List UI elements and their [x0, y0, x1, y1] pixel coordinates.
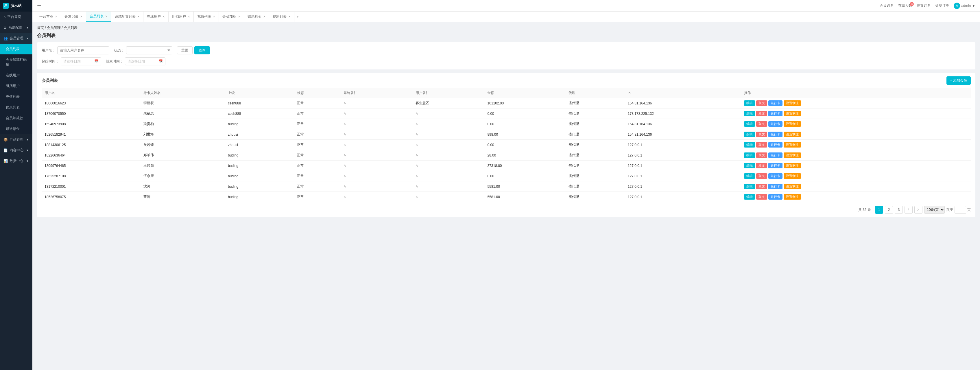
user-remark-edit-icon[interactable]: ✎	[415, 164, 418, 167]
tab-logs-close[interactable]: ✕	[80, 15, 83, 18]
sys-remark-edit-icon[interactable]: ✎	[344, 122, 346, 126]
sidebar-group-sysconfig-header[interactable]: ⚙ 系统配置 ▼	[0, 22, 32, 33]
tab-blocked-close[interactable]: ✕	[188, 15, 190, 18]
user-remark-edit-icon[interactable]: ✎	[415, 154, 418, 157]
tab-lottery-close[interactable]: ✕	[288, 15, 291, 18]
user-menu[interactable]: A admin ▼	[954, 3, 975, 9]
bank-button[interactable]: 银行卡	[768, 111, 783, 116]
sidebar-group-content-header[interactable]: 📄 内容中心 ▼	[0, 145, 32, 156]
sidebar-item-platform[interactable]: ⌂ 平台首页	[0, 11, 32, 22]
bank-button[interactable]: 银行卡	[768, 194, 783, 199]
delete-button[interactable]: 取文	[756, 111, 767, 116]
edit-button[interactable]: 编辑	[744, 194, 755, 199]
edit-button[interactable]: 编辑	[744, 173, 755, 179]
sys-remark-edit-icon[interactable]: ✎	[344, 195, 346, 199]
edit-button[interactable]: 编辑	[744, 184, 755, 189]
end-time-picker[interactable]: 请选择日期 📅	[125, 57, 165, 65]
search-button[interactable]: 查询	[194, 46, 210, 54]
delete-button[interactable]: 取文	[756, 142, 767, 148]
tab-online[interactable]: 在线用户 ✕	[143, 11, 169, 22]
submit-order-link[interactable]: 提现订单	[935, 3, 949, 8]
delete-button[interactable]: 取文	[756, 194, 767, 199]
tab-blocked[interactable]: 阻挡用户 ✕	[169, 11, 194, 22]
sidebar-item-transfer-bonus[interactable]: 赠送彩金	[0, 124, 32, 134]
online-people-badge[interactable]: 在线人数 3	[898, 3, 912, 8]
member-order-link[interactable]: 会员购单	[880, 3, 894, 8]
tab-syscfg-close[interactable]: ✕	[137, 15, 140, 18]
cell-sys-remark[interactable]: ✎	[340, 161, 413, 171]
delete-button[interactable]: 取文	[756, 173, 767, 179]
breadcrumb-home[interactable]: 首页	[37, 26, 44, 30]
edit-button[interactable]: 编辑	[744, 142, 755, 148]
sys-remark-edit-icon[interactable]: ✎	[344, 112, 346, 115]
delete-button[interactable]: 取文	[756, 121, 767, 127]
user-remark-edit-icon[interactable]: ✎	[415, 185, 418, 188]
reset-button[interactable]: 重置	[177, 46, 192, 54]
tab-lottery[interactable]: 揽彩列表 ✕	[269, 11, 294, 22]
bank-button[interactable]: 银行卡	[768, 153, 783, 158]
add-member-button[interactable]: + 添加会员	[947, 77, 971, 85]
sys-remark-edit-icon[interactable]: ✎	[344, 164, 346, 167]
cell-sys-remark[interactable]: ✎	[340, 108, 413, 119]
user-remark-edit-icon[interactable]: ✎	[415, 112, 418, 115]
sys-remark-edit-icon[interactable]: ✎	[344, 102, 346, 105]
cell-sys-remark[interactable]: ✎	[340, 150, 413, 161]
sys-remark-edit-icon[interactable]: ✎	[344, 174, 346, 178]
tab-members[interactable]: 会员列表 ✕	[86, 11, 111, 22]
settings-button[interactable]: 设置制注	[784, 142, 801, 148]
page-btn-4[interactable]: 4	[905, 206, 913, 214]
edit-button[interactable]: 编辑	[744, 153, 755, 158]
page-btn-next[interactable]: >	[914, 206, 923, 214]
bank-button[interactable]: 银行卡	[768, 184, 783, 189]
tab-home[interactable]: 平台首页 ✕	[36, 11, 61, 22]
sidebar-group-product-header[interactable]: 📦 产品管理 ▼	[0, 134, 32, 145]
sidebar-group-member-header[interactable]: 👥 会员管理 ▲	[0, 33, 32, 44]
cell-sys-remark[interactable]: ✎	[340, 98, 413, 108]
tab-transfer-close[interactable]: ✕	[263, 15, 266, 18]
sys-remark-edit-icon[interactable]: ✎	[344, 133, 346, 136]
start-time-picker[interactable]: 请选择日期 📅	[61, 57, 101, 65]
sidebar-group-data-header[interactable]: 📊 数据中心 ▼	[0, 156, 32, 166]
settings-button[interactable]: 设置制注	[784, 111, 801, 116]
bank-button[interactable]: 银行卡	[768, 100, 783, 106]
user-remark-edit-icon[interactable]: ✎	[415, 133, 418, 136]
bank-button[interactable]: 银行卡	[768, 173, 783, 179]
tab-logs[interactable]: 开发记录 ✕	[61, 11, 86, 22]
edit-button[interactable]: 编辑	[744, 132, 755, 137]
breadcrumb-member-mgmt[interactable]: 会员管理	[47, 26, 61, 30]
settings-button[interactable]: 设置制注	[784, 194, 801, 199]
cell-sys-remark[interactable]: ✎	[340, 119, 413, 129]
delete-button[interactable]: 取文	[756, 153, 767, 158]
tab-points-close[interactable]: ✕	[238, 15, 240, 18]
tab-more[interactable]: »	[294, 15, 301, 19]
user-remark-edit-icon[interactable]: ✎	[415, 122, 418, 126]
status-select[interactable]: 正常 禁用	[126, 46, 172, 54]
bank-button[interactable]: 银行卡	[768, 121, 783, 127]
settings-button[interactable]: 设置制注	[784, 121, 801, 127]
page-size-select[interactable]: 10条/页 20条/页 50条/页	[924, 206, 945, 214]
settings-button[interactable]: 设置制注	[784, 184, 801, 189]
sys-remark-edit-icon[interactable]: ✎	[344, 185, 346, 188]
user-remark-edit-icon[interactable]: ✎	[415, 174, 418, 178]
sys-remark-edit-icon[interactable]: ✎	[344, 143, 346, 147]
jumper-input[interactable]	[955, 206, 966, 214]
tab-home-close[interactable]: ✕	[55, 15, 57, 18]
page-btn-1[interactable]: 1	[875, 206, 883, 214]
tab-recharge-close[interactable]: ✕	[213, 15, 215, 18]
page-btn-2[interactable]: 2	[885, 206, 893, 214]
cell-sys-remark[interactable]: ✎	[340, 129, 413, 140]
edit-button[interactable]: 编辑	[744, 100, 755, 106]
edit-button[interactable]: 编辑	[744, 121, 755, 127]
tab-online-close[interactable]: ✕	[162, 15, 165, 18]
sidebar-item-blocked-users[interactable]: 阻挡用户	[0, 81, 32, 91]
cell-sys-remark[interactable]: ✎	[340, 192, 413, 202]
user-remark-edit-icon[interactable]: ✎	[415, 195, 418, 199]
settings-button[interactable]: 设置制注	[784, 163, 801, 168]
settings-button[interactable]: 设置制注	[784, 132, 801, 137]
settings-button[interactable]: 设置制注	[784, 173, 801, 179]
sidebar-item-member-add-reduce[interactable]: 会员加减款	[0, 113, 32, 124]
page-btn-3[interactable]: 3	[895, 206, 903, 214]
delete-button[interactable]: 取文	[756, 132, 767, 137]
sidebar-item-online-users[interactable]: 在线用户	[0, 70, 32, 81]
user-remark-edit-icon[interactable]: ✎	[415, 143, 418, 147]
